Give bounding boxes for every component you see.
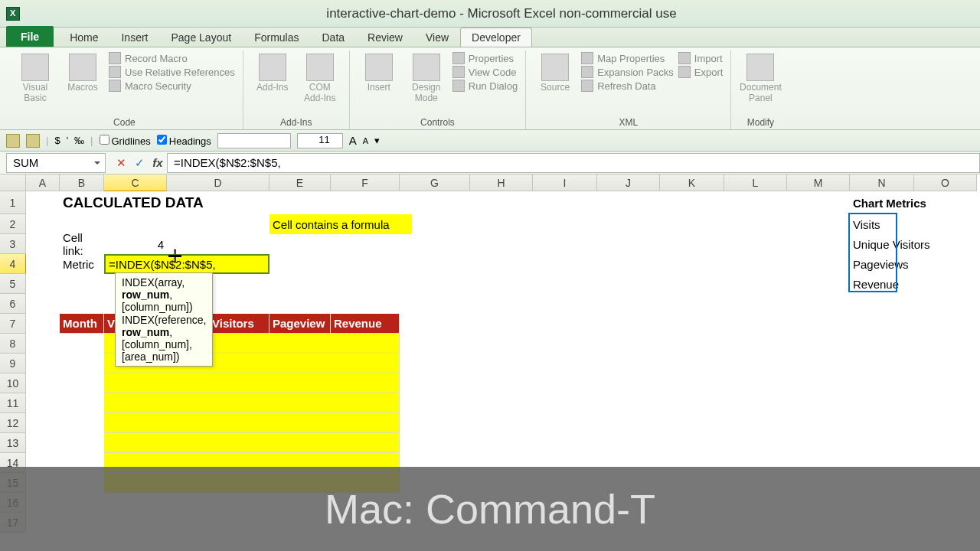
record-macro-button[interactable]: Record Macro: [109, 52, 235, 64]
design-mode-button[interactable]: DesignMode: [405, 51, 448, 104]
group-addins: Add-Ins COMAdd-Ins Add-Ins: [243, 51, 350, 129]
col-header-B[interactable]: B: [60, 174, 104, 191]
quick-toolbar: | $ ' ‰ | Gridlines Headings 11 A A ▾: [0, 130, 980, 152]
tab-review[interactable]: Review: [356, 28, 414, 47]
row-header-12[interactable]: 12: [0, 413, 26, 433]
row-header-2[interactable]: 2: [0, 214, 26, 234]
confirm-icon[interactable]: ✓: [132, 155, 147, 171]
cursor-icon: [168, 249, 181, 262]
use-relative-references-button[interactable]: Use Relative References: [109, 66, 235, 78]
cancel-icon[interactable]: ✕: [113, 155, 129, 171]
document-panel-button[interactable]: DocumentPanel: [739, 51, 782, 104]
formula-input[interactable]: =INDEX($N$2:$N$5,: [167, 153, 980, 173]
toolbar-icon-2[interactable]: [26, 134, 40, 148]
row-header-11[interactable]: 11: [0, 393, 26, 413]
col-header-E[interactable]: E: [270, 174, 331, 191]
col-header-C[interactable]: C: [104, 174, 167, 191]
xml-source-button[interactable]: Source: [534, 51, 577, 93]
group-xml: Source Map PropertiesExpansion PacksRefr…: [526, 51, 731, 129]
row-header-10[interactable]: 10: [0, 373, 26, 393]
fontsize-combo[interactable]: 11: [297, 133, 343, 148]
cell-N2[interactable]: Visits: [850, 214, 949, 234]
export-button[interactable]: Export: [678, 66, 724, 78]
cell-B1[interactable]: CALCULATED DATA: [60, 191, 289, 214]
window-title: interactive-chart-demo - Microsoft Excel…: [29, 6, 974, 21]
macro-security-button[interactable]: Macro Security: [109, 80, 235, 92]
col-header-O[interactable]: O: [914, 174, 977, 191]
fx-icon[interactable]: fx: [150, 155, 165, 171]
caption-overlay: Mac: Command-T: [0, 467, 980, 551]
cell-B3[interactable]: Cell link:: [60, 234, 104, 254]
col-header-M[interactable]: M: [787, 174, 850, 191]
cell-C3[interactable]: 4: [104, 234, 167, 254]
row-header-13[interactable]: 13: [0, 433, 26, 453]
col-header-H[interactable]: H: [470, 174, 533, 191]
tab-file[interactable]: File: [6, 26, 54, 47]
cell-N3[interactable]: Unique Visitors: [850, 234, 949, 254]
col-header-G[interactable]: G: [400, 174, 470, 191]
cell-N1[interactable]: Chart Metrics: [850, 191, 949, 214]
col-header-J[interactable]: J: [597, 174, 660, 191]
yellow-block-row-10[interactable]: [104, 373, 400, 393]
cell-F7[interactable]: Revenue: [331, 314, 400, 334]
ribbon-tabs: File HomeInsertPage LayoutFormulasDataRe…: [0, 28, 980, 47]
tab-home[interactable]: Home: [58, 28, 109, 47]
import-button[interactable]: Import: [678, 52, 724, 64]
tab-view[interactable]: View: [414, 28, 460, 47]
addins-button[interactable]: Add-Ins: [251, 51, 294, 93]
yellow-block-row-13[interactable]: [104, 433, 400, 453]
row-header-5[interactable]: 5: [0, 274, 26, 294]
tab-formulas[interactable]: Formulas: [243, 28, 310, 47]
ribbon: VisualBasic Macros Record MacroUse Relat…: [0, 47, 980, 130]
headings-toggle[interactable]: Headings: [157, 135, 211, 147]
formula-bar: SUM ✕ ✓ fx =INDEX($N$2:$N$5,: [0, 152, 980, 174]
row-header-1[interactable]: 1: [0, 191, 26, 214]
col-header-N[interactable]: N: [850, 174, 914, 191]
select-all-corner[interactable]: [0, 174, 26, 191]
font-combo[interactable]: [217, 133, 291, 148]
visual-basic-button[interactable]: VisualBasic: [14, 51, 57, 104]
macros-button[interactable]: Macros: [61, 51, 104, 93]
com-addins-button[interactable]: COMAdd-Ins: [299, 51, 341, 104]
group-controls: Insert DesignMode PropertiesView CodeRun…: [350, 51, 526, 129]
cell-B4[interactable]: Metric: [60, 254, 104, 274]
row-header-3[interactable]: 3: [0, 234, 26, 254]
group-modify: DocumentPanel Modify: [731, 51, 789, 129]
map-properties-button[interactable]: Map Properties: [581, 52, 674, 64]
col-header-A[interactable]: A: [26, 174, 60, 191]
row-header-9[interactable]: 9: [0, 354, 26, 373]
row-header-6[interactable]: 6: [0, 294, 26, 314]
tab-page-layout[interactable]: Page Layout: [160, 28, 243, 47]
cell-N5[interactable]: Revenue: [850, 274, 949, 294]
col-header-D[interactable]: D: [167, 174, 270, 191]
yellow-block-row-12[interactable]: [104, 413, 400, 433]
cell-N4[interactable]: Pageviews: [850, 254, 949, 274]
expansion-packs-button[interactable]: Expansion Packs: [581, 66, 674, 78]
editing-cell[interactable]: =INDEX($N$2:$N$5,: [104, 254, 270, 274]
tab-data[interactable]: Data: [310, 28, 356, 47]
properties-button[interactable]: Properties: [452, 52, 518, 64]
col-header-I[interactable]: I: [533, 174, 597, 191]
row-header-4[interactable]: 4: [0, 254, 26, 274]
cell-B7[interactable]: Month: [60, 314, 104, 334]
cell-E2[interactable]: Cell contains a formula: [270, 214, 412, 234]
run-dialog-button[interactable]: Run Dialog: [452, 80, 518, 92]
name-box[interactable]: SUM: [6, 153, 106, 173]
insert-control-button[interactable]: Insert: [358, 51, 400, 93]
cell-E7[interactable]: Pageview: [270, 314, 331, 334]
row-header-7[interactable]: 7: [0, 314, 26, 334]
excel-icon: [6, 7, 20, 21]
row-header-8[interactable]: 8: [0, 334, 26, 354]
col-header-L[interactable]: L: [724, 174, 787, 191]
refresh-data-button[interactable]: Refresh Data: [581, 80, 674, 92]
toolbar-icon-1[interactable]: [6, 134, 20, 148]
yellow-block-row-11[interactable]: [104, 393, 400, 413]
col-header-F[interactable]: F: [331, 174, 400, 191]
group-code: VisualBasic Macros Record MacroUse Relat…: [6, 51, 243, 129]
formula-tooltip: INDEX(array, row_num, [column_num])INDEX…: [115, 272, 213, 367]
view-code-button[interactable]: View Code: [452, 66, 518, 78]
tab-insert[interactable]: Insert: [109, 28, 159, 47]
gridlines-toggle[interactable]: Gridlines: [100, 135, 151, 147]
tab-developer[interactable]: Developer: [460, 28, 532, 47]
col-header-K[interactable]: K: [660, 174, 724, 191]
